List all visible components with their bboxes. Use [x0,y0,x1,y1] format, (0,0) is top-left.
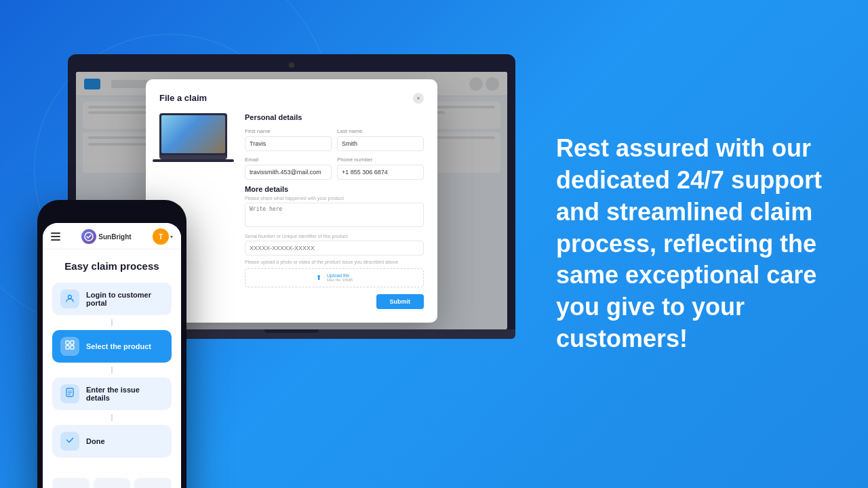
hamburger-icon[interactable] [51,232,60,241]
phone-card-2 [94,478,131,488]
upload-subtext: Max file 30MB [327,278,353,282]
email-group: Email [245,157,332,180]
phone-input[interactable] [337,165,424,180]
upload-cta: Upload file [327,273,353,278]
phone-group: Phone number [337,157,424,180]
upload-label: Please upload a photo or video of the pr… [245,260,424,264]
laptop-screen-inner [161,115,225,153]
step-done[interactable]: Done [52,425,172,458]
menu-line-2 [51,236,60,237]
step-connector-3 [111,414,113,421]
step-product-icon-wrap [60,337,79,356]
phone-label: Phone number [337,157,424,163]
serial-label: Serial Number or Unique Identifier of th… [245,234,424,239]
document-icon [65,388,75,400]
main-layout: File a claim × [0,0,868,488]
product-laptop-image [159,113,227,157]
phone-section-title: Easy claim process [52,260,172,272]
more-details-title: More details [245,185,424,193]
right-section: Rest assured with our dedicated 24/7 sup… [529,92,868,396]
description-label: Please share what happened with your pro… [245,196,424,201]
phone-avatar[interactable]: T [153,228,169,245]
phone-content: Easy claim process [43,249,181,472]
phone-bottom-row [43,472,181,488]
laptop-camera [289,62,294,68]
serial-input[interactable] [245,241,424,256]
phone-outer: SunBright T ▾ Easy claim process [37,200,186,488]
step-done-icon-wrap [60,432,79,451]
step-select-product[interactable]: Select the product [52,330,172,363]
phone-logo-icon [81,229,96,244]
personal-details-title: Personal details [245,113,424,121]
upload-area[interactable]: ⬆ Upload file Max file 30MB [245,268,424,287]
grid-icon [65,340,75,352]
first-name-group: First name [245,128,332,151]
first-name-input[interactable] [245,136,332,151]
step-login-icon-wrap [60,289,79,308]
phone-card-1 [52,478,90,488]
check-icon [65,435,75,447]
submit-button[interactable]: Submit [376,294,425,309]
phone-header: SunBright T ▾ [43,223,181,249]
name-row: First name Last name [245,128,424,151]
step-done-label: Done [86,437,105,445]
modal-title: File a claim [159,93,207,103]
chevron-down-icon: ▾ [170,234,173,240]
svg-point-1 [68,295,72,298]
last-name-input[interactable] [337,136,424,151]
phone-device: SunBright T ▾ Easy claim process [37,200,186,488]
upload-text-group: Upload file Max file 30MB [327,273,353,282]
claim-modal[interactable]: File a claim × [146,79,437,323]
phone-notch [92,207,132,220]
email-input[interactable] [245,165,332,180]
phone-logo-text: SunBright [98,233,131,241]
person-icon [65,293,75,305]
step-connector-2 [111,367,113,373]
step-issue-details[interactable]: Enter the issue details [52,378,172,410]
svg-rect-5 [71,346,74,349]
laptop-notch [264,329,319,333]
step-product-label: Select the product [86,342,151,350]
step-connector-1 [111,319,113,326]
modal-form: Personal details First name [245,113,424,309]
phone-avatar-group: T ▾ [153,228,173,245]
phone-screen: SunBright T ▾ Easy claim process [43,223,181,488]
step-issue-label: Enter the issue details [86,386,163,402]
left-section: File a claim × [0,0,529,488]
last-name-group: Last name [337,128,424,151]
first-name-label: First name [245,128,332,134]
step-issue-icon-wrap [60,384,79,403]
step-login[interactable]: Login to customer portal [52,283,172,315]
step-login-label: Login to customer portal [86,291,163,307]
svg-rect-3 [71,341,74,344]
contact-row: Email Phone number [245,157,424,180]
email-label: Email [245,157,332,163]
hero-heading: Rest assured with our dedicated 24/7 sup… [556,133,827,355]
modal-header: File a claim × [159,93,424,104]
svg-rect-2 [66,341,69,344]
laptop-screen-css [159,113,227,155]
svg-rect-4 [66,346,69,349]
phone-logo: SunBright [81,229,131,244]
menu-line-1 [51,232,60,234]
last-name-label: Last name [337,128,424,134]
menu-line-3 [51,239,60,241]
hero-text-block: Rest assured with our dedicated 24/7 sup… [556,133,827,355]
phone-card-3 [134,478,172,488]
upload-icon: ⬆ [316,274,324,282]
description-textarea[interactable] [245,203,424,227]
modal-body: Personal details First name [159,113,424,309]
close-button[interactable]: × [413,93,424,104]
